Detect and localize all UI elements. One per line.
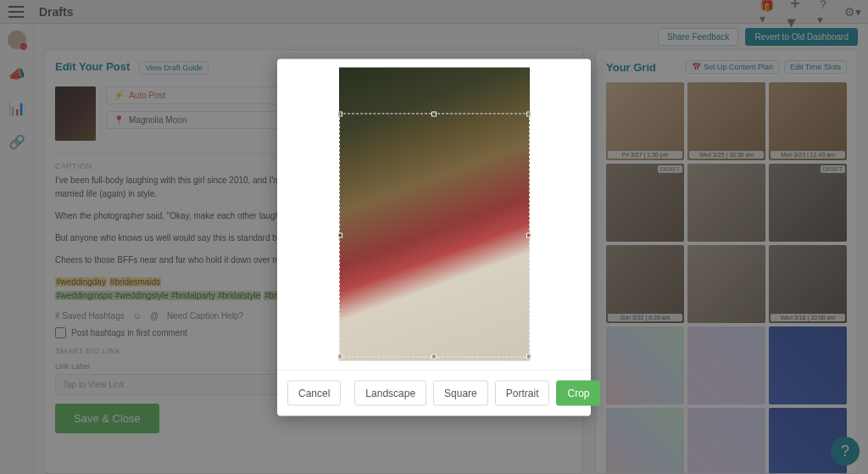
cancel-button[interactable]: Cancel bbox=[287, 380, 341, 405]
crop-button[interactable]: Crop bbox=[556, 380, 600, 405]
landscape-button[interactable]: Landscape bbox=[354, 380, 426, 405]
crop-modal: Cancel Landscape Square Portrait Crop bbox=[277, 59, 591, 415]
square-button[interactable]: Square bbox=[433, 380, 488, 405]
crop-image[interactable] bbox=[339, 67, 530, 360]
portrait-button[interactable]: Portrait bbox=[495, 380, 550, 405]
crop-selection[interactable] bbox=[339, 113, 530, 357]
